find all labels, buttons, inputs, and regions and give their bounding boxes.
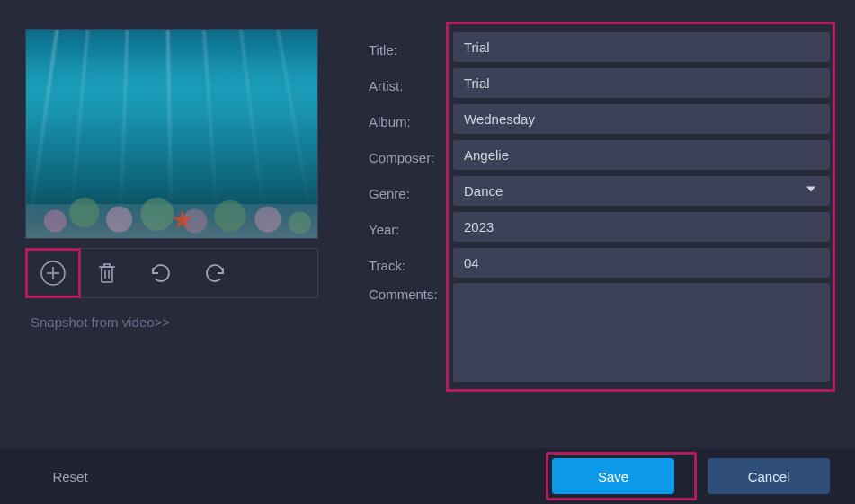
composer-label: Composer: [369,144,453,165]
album-label: Album: [369,108,453,129]
plus-circle-icon [40,260,67,287]
genre-select[interactable]: Dance [453,176,830,206]
footer-bar: Reset Save Cancel [0,448,855,504]
track-label: Track: [369,252,453,273]
svg-rect-4 [102,267,112,282]
rotate-ccw-button[interactable] [134,249,188,297]
rotate-ccw-icon [147,260,174,287]
comments-field[interactable] [453,283,830,382]
reset-button[interactable]: Reset [25,458,115,494]
snapshot-from-video-link[interactable]: Snapshot from video>> [25,314,318,330]
album-art-thumbnail[interactable] [25,29,318,239]
composer-field[interactable] [453,140,830,170]
comments-label: Comments: [369,280,453,302]
save-button[interactable]: Save [552,458,674,494]
artist-label: Artist: [369,72,453,93]
rotate-cw-button[interactable] [188,249,242,297]
genre-selected-value: Dance [464,183,503,199]
cancel-button[interactable]: Cancel [708,458,830,494]
year-field[interactable] [453,212,830,242]
chevron-down-icon [805,183,817,199]
add-image-button[interactable] [26,249,80,297]
artist-field[interactable] [453,68,830,98]
track-field[interactable] [453,248,830,278]
trash-icon [94,260,120,287]
save-highlight-box: Save [546,452,697,500]
delete-image-button[interactable] [80,249,134,297]
title-field[interactable] [453,32,830,62]
image-toolbar [25,248,318,298]
year-label: Year: [369,216,453,237]
album-field[interactable] [453,104,830,134]
genre-label: Genre: [369,180,453,201]
title-label: Title: [369,36,453,57]
rotate-cw-icon [201,260,228,287]
